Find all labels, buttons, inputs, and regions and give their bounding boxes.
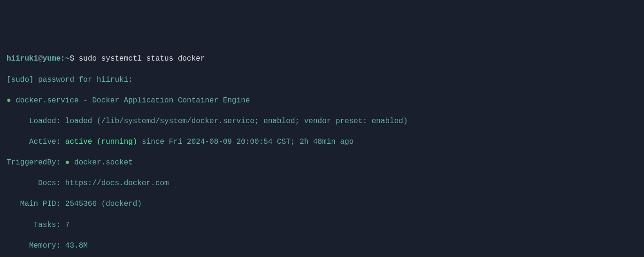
docs-value: https://docs.docker.com — [65, 179, 169, 187]
docs-label: Docs: — [38, 179, 61, 187]
tasks-value: 7 — [65, 221, 70, 229]
prompt-user: hiiruki — [7, 55, 38, 63]
prompt-line: hiiruki@yume:~$ sudo systemctl status do… — [0, 54, 644, 64]
status-dot-icon: ● — [7, 96, 11, 105]
loaded-value: loaded (/lib/systemd/system/docker.servi… — [65, 117, 408, 125]
pid-value: 2545366 (dockerd) — [65, 200, 142, 208]
triggered-value: docker.socket — [74, 158, 133, 167]
sudo-password-prompt: [sudo] password for hiiruki: — [0, 75, 644, 85]
memory-label: Memory: — [29, 241, 61, 250]
active-label: Active: — [29, 138, 61, 146]
service-header: ● docker.service - Docker Application Co… — [0, 95, 644, 106]
pid-line: Main PID: 2545366 (dockerd) — [0, 199, 644, 209]
tasks-line: Tasks: 7 — [0, 220, 644, 230]
memory-line: Memory: 43.8M — [0, 241, 644, 251]
loaded-label: Loaded: — [29, 117, 61, 125]
triggered-dot-icon: ● — [65, 158, 70, 167]
loaded-line: Loaded: loaded (/lib/systemd/system/dock… — [0, 116, 644, 126]
prompt-at: @ — [38, 55, 43, 63]
active-since: since Fri 2024-08-09 20:00:54 CST; 2h 48… — [137, 138, 353, 146]
command-text: sudo systemctl status docker — [79, 55, 205, 63]
prompt-host: yume — [43, 55, 61, 63]
triggered-label: TriggeredBy: — [7, 158, 61, 167]
prompt-colon: : — [61, 55, 65, 63]
prompt-symbol: $ — [69, 55, 74, 63]
active-line: Active: active (running) since Fri 2024-… — [0, 137, 644, 147]
service-name: docker.service - Docker Application Cont… — [15, 96, 250, 105]
terminal-window[interactable]: hiiruki@yume:~$ sudo systemctl status do… — [0, 43, 644, 257]
active-status: active (running) — [65, 138, 138, 146]
pid-label: Main PID: — [20, 200, 61, 208]
memory-value: 43.8M — [65, 241, 88, 250]
triggered-line: TriggeredBy: ● docker.socket — [0, 157, 644, 168]
prompt-path: ~ — [65, 55, 70, 63]
tasks-label: Tasks: — [34, 221, 61, 229]
docs-line: Docs: https://docs.docker.com — [0, 178, 644, 188]
